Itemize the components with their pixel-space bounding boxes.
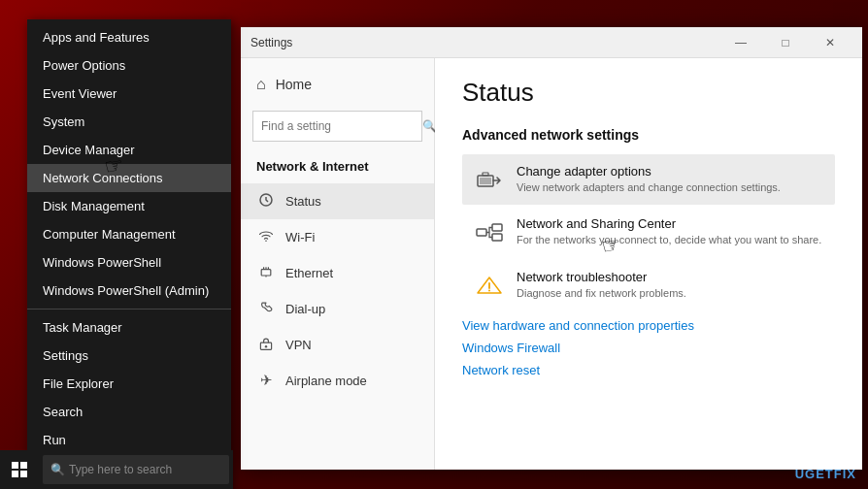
watermark-prefix: UG xyxy=(795,467,817,481)
context-menu: Apps and Features Power Options Event Vi… xyxy=(27,19,231,489)
settings-main: Status Advanced network settings Change … xyxy=(435,58,862,470)
menu-item-task-manager[interactable]: Task Manager xyxy=(27,313,231,342)
menu-item-computer-management[interactable]: Computer Management xyxy=(27,220,231,248)
home-label: Home xyxy=(276,77,312,92)
troubleshooter-title: Network troubleshooter xyxy=(517,270,686,284)
watermark-suffix: FIX xyxy=(834,467,856,481)
sharing-desc: For the networks you connect to, decide … xyxy=(517,233,821,247)
menu-item-event-viewer[interactable]: Event Viewer xyxy=(27,80,231,108)
menu-item-windows-powershell[interactable]: Windows PowerShell xyxy=(27,248,231,277)
option-sharing-center[interactable]: Network and Sharing Center For the netwo… xyxy=(462,207,835,257)
troubleshooter-icon xyxy=(474,270,505,301)
maximize-button[interactable]: □ xyxy=(763,27,808,58)
svg-rect-11 xyxy=(483,173,488,176)
adapter-desc: View network adapters and change connect… xyxy=(517,180,781,195)
menu-item-apps-features[interactable]: Apps and Features xyxy=(27,23,231,51)
wifi-icon xyxy=(256,228,276,246)
sharing-icon xyxy=(474,216,505,247)
nav-item-dialup[interactable]: Dial-up xyxy=(241,291,434,327)
option-troubleshooter[interactable]: Network troubleshooter Diagnose and fix … xyxy=(462,260,835,310)
option-change-adapter[interactable]: Change adapter options View network adap… xyxy=(462,154,835,205)
menu-item-network-connections[interactable]: Network Connections xyxy=(27,164,231,192)
menu-item-system[interactable]: System xyxy=(27,108,231,136)
menu-item-disk-management[interactable]: Disk Management xyxy=(27,192,231,220)
settings-titlebar: Settings — □ ✕ xyxy=(241,27,862,58)
settings-window: Settings — □ ✕ ⌂ Home 🔍 Network & Intern… xyxy=(241,27,862,470)
svg-point-15 xyxy=(488,289,490,291)
reset-link[interactable]: Network reset xyxy=(462,363,835,377)
settings-window-title: Settings xyxy=(250,36,718,49)
svg-rect-6 xyxy=(261,270,271,276)
nav-category: Network & Internet xyxy=(241,149,434,183)
svg-rect-3 xyxy=(20,471,27,477)
settings-search-bar[interactable]: 🔍 xyxy=(252,111,422,142)
vpn-icon xyxy=(256,336,276,354)
status-icon xyxy=(256,192,276,211)
svg-rect-1 xyxy=(20,462,27,469)
home-icon: ⌂ xyxy=(256,76,266,93)
nav-item-airplane[interactable]: ✈ Airplane mode xyxy=(241,363,434,398)
menu-item-power-options[interactable]: Power Options xyxy=(27,51,231,80)
nav-item-wifi[interactable]: Wi-Fi xyxy=(241,219,434,255)
close-button[interactable]: ✕ xyxy=(808,27,852,58)
svg-rect-10 xyxy=(480,178,491,184)
svg-rect-2 xyxy=(12,471,18,477)
airplane-icon: ✈ xyxy=(256,372,276,389)
menu-item-file-explorer[interactable]: File Explorer xyxy=(27,370,231,398)
titlebar-controls: — □ ✕ xyxy=(718,27,852,58)
watermark: UGETFIX xyxy=(795,467,856,481)
ethernet-icon xyxy=(256,264,276,282)
menu-item-windows-powershell-admin[interactable]: Windows PowerShell (Admin) xyxy=(27,277,231,305)
main-title: Status xyxy=(462,78,835,108)
svg-point-5 xyxy=(265,240,267,242)
minimize-button[interactable]: — xyxy=(718,27,763,58)
svg-rect-14 xyxy=(492,234,502,241)
taskbar-search[interactable]: 🔍 Type here to search xyxy=(43,455,229,484)
menu-item-device-manager[interactable]: Device Manager xyxy=(27,136,231,164)
adapter-title: Change adapter options xyxy=(517,164,781,179)
taskbar: 🔍 Type here to search xyxy=(0,450,233,489)
nav-item-status[interactable]: Status xyxy=(241,183,434,219)
menu-divider-1 xyxy=(27,309,231,310)
troubleshooter-desc: Diagnose and fix network problems. xyxy=(517,286,686,301)
nav-item-ethernet[interactable]: Ethernet xyxy=(241,255,434,291)
nav-home[interactable]: ⌂ Home xyxy=(241,66,434,103)
watermark-accent: ET xyxy=(816,467,834,481)
menu-item-settings[interactable]: Settings xyxy=(27,342,231,370)
sharing-title: Network and Sharing Center xyxy=(517,216,821,231)
start-button[interactable] xyxy=(0,450,39,489)
hardware-props-link[interactable]: View hardware and connection properties xyxy=(462,318,835,333)
adapter-icon xyxy=(474,164,505,195)
svg-rect-13 xyxy=(492,224,502,231)
settings-search-input[interactable] xyxy=(253,119,415,133)
svg-rect-0 xyxy=(12,462,18,469)
firewall-link[interactable]: Windows Firewall xyxy=(462,341,835,355)
svg-point-8 xyxy=(265,345,267,347)
menu-item-search[interactable]: Search xyxy=(27,398,231,426)
dialup-icon xyxy=(256,300,276,318)
settings-nav: ⌂ Home 🔍 Network & Internet Status xyxy=(241,58,435,470)
settings-body: ⌂ Home 🔍 Network & Internet Status xyxy=(241,58,862,470)
taskbar-search-placeholder: Type here to search xyxy=(69,463,172,476)
nav-item-vpn[interactable]: VPN xyxy=(241,327,434,363)
svg-rect-12 xyxy=(477,229,486,236)
section-title: Advanced network settings xyxy=(462,127,835,143)
